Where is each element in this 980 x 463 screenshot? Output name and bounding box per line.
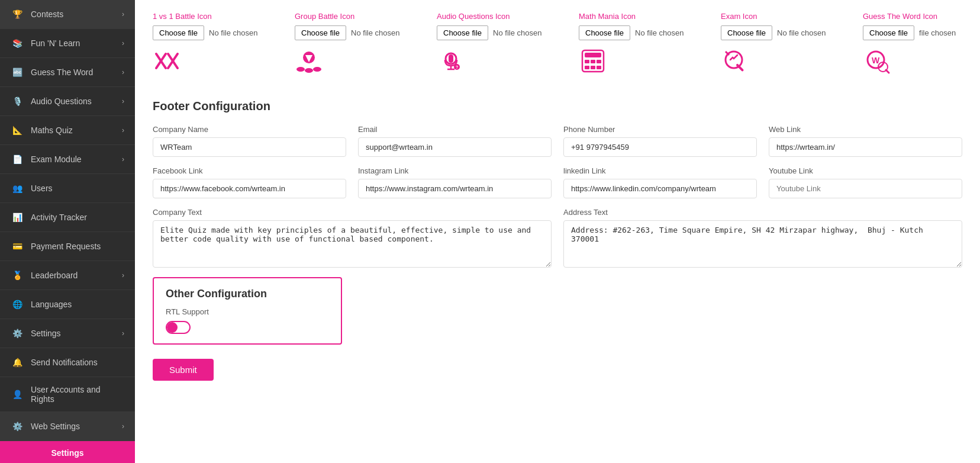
chevron-icon: › xyxy=(122,68,124,76)
sidebar-bottom-settings[interactable]: Settings xyxy=(0,441,135,463)
instagram-label: Instagram Link xyxy=(358,166,552,175)
phone-input[interactable] xyxy=(563,137,757,157)
sidebar: 🏆 Contests › 📚 Fun 'N' Learn › 🔤 Guess T… xyxy=(0,0,135,463)
svg-point-6 xyxy=(296,67,305,72)
icon-cell-1vs1: 1 vs 1 Battle Icon Choose file No file c… xyxy=(153,12,295,76)
company-text-label: Company Text xyxy=(153,208,552,217)
svg-rect-22 xyxy=(597,66,601,69)
sidebar-item-label: Activity Tracker xyxy=(31,213,124,222)
sidebar-item-fun-n-learn[interactable]: 📚 Fun 'N' Learn › xyxy=(0,29,135,58)
icon-cell-exam: Exam Icon Choose file No file chosen xyxy=(721,12,863,76)
sidebar-item-web-settings[interactable]: ⚙️ Web Settings › xyxy=(0,412,135,441)
sidebar-item-maths-quiz[interactable]: 📐 Maths Quiz › xyxy=(0,116,135,145)
choose-file-btn-guess[interactable]: Choose file xyxy=(863,25,914,40)
web-link-field: Web Link xyxy=(769,125,962,157)
chevron-icon: › xyxy=(122,155,124,163)
svg-rect-17 xyxy=(585,60,589,63)
sidebar-bottom-label: Settings xyxy=(51,448,83,458)
audio-icon: 🎙️ xyxy=(11,95,24,108)
icon-cell-math-mania: Math Mania Icon Choose file No file chos… xyxy=(579,12,721,76)
choose-file-btn-audio[interactable]: Choose file xyxy=(437,25,488,40)
icons-row: 1 vs 1 Battle Icon Choose file No file c… xyxy=(153,12,962,82)
chevron-icon: › xyxy=(122,329,124,337)
chevron-icon: › xyxy=(122,126,124,134)
sidebar-item-payment-requests[interactable]: 💳 Payment Requests xyxy=(0,232,135,261)
icon-preview-guess: W xyxy=(863,46,962,76)
icon-label-group-battle: Group Battle Icon xyxy=(295,12,419,21)
submit-area: Submit xyxy=(153,359,962,381)
sidebar-item-users[interactable]: 👥 Users xyxy=(0,174,135,203)
choose-file-btn-1vs1[interactable]: Choose file xyxy=(153,25,204,40)
icon-preview-exam xyxy=(721,46,845,76)
sidebar-item-label: User Accounts and Rights xyxy=(31,385,124,404)
sidebar-item-user-accounts-rights[interactable]: 👤 User Accounts and Rights xyxy=(0,377,135,412)
sidebar-item-label: Contests xyxy=(31,9,122,19)
sidebar-item-exam-module[interactable]: 📄 Exam Module › xyxy=(0,145,135,174)
sidebar-item-settings[interactable]: ⚙️ Settings › xyxy=(0,319,135,348)
choose-file-btn-exam[interactable]: Choose file xyxy=(721,25,772,40)
linkedin-label: linkedin Link xyxy=(563,166,757,175)
sidebar-item-leaderboard[interactable]: 🏅 Leaderboard › xyxy=(0,261,135,290)
sidebar-item-label: Web Settings xyxy=(31,422,122,431)
web-link-input[interactable] xyxy=(769,137,962,157)
main-content: 1 vs 1 Battle Icon Choose file No file c… xyxy=(135,0,980,463)
sidebar-item-label: Maths Quiz xyxy=(31,126,122,135)
sidebar-item-languages[interactable]: 🌐 Languages xyxy=(0,290,135,319)
icon-label-guess-word: Guess The Word Icon xyxy=(863,12,962,21)
instagram-input[interactable] xyxy=(358,179,552,198)
rtl-support-label: RTL Support xyxy=(166,307,329,316)
no-file-text-exam: No file chosen xyxy=(777,28,826,37)
group-battle-svg xyxy=(295,47,323,75)
company-text-field: Company Text Elite Quiz made with key pr… xyxy=(153,208,552,268)
sidebar-item-guess-the-word[interactable]: 🔤 Guess The Word › xyxy=(0,58,135,87)
icon-preview-1vs1 xyxy=(153,46,277,76)
icon-label-exam: Exam Icon xyxy=(721,12,845,21)
sidebar-item-label: Users xyxy=(31,184,124,193)
linkedin-field: linkedin Link xyxy=(563,166,757,198)
choose-file-btn-group-battle[interactable]: Choose file xyxy=(295,25,346,40)
notifications-icon: 🔔 xyxy=(11,356,24,369)
phone-field: Phone Number xyxy=(563,125,757,157)
youtube-input[interactable] xyxy=(769,179,962,198)
rtl-toggle[interactable] xyxy=(166,321,191,334)
no-file-text-guess: file chosen xyxy=(919,28,956,37)
exam-icon: 📄 xyxy=(11,153,24,166)
svg-rect-21 xyxy=(591,66,595,69)
facebook-label: Facebook Link xyxy=(153,166,346,175)
choose-file-btn-math[interactable]: Choose file xyxy=(579,25,630,40)
sidebar-item-label: Fun 'N' Learn xyxy=(31,38,122,48)
facebook-input[interactable] xyxy=(153,179,346,198)
math-mania-svg xyxy=(579,47,607,75)
email-input[interactable] xyxy=(358,137,552,157)
web-settings-icon: ⚙️ xyxy=(11,420,24,433)
icon-preview-audio: ? xyxy=(437,46,561,76)
chevron-icon: › xyxy=(122,97,124,105)
guess-word-svg: W xyxy=(863,47,891,75)
address-text-input[interactable]: Address: #262-263, Time Square Empire, S… xyxy=(563,220,962,268)
no-file-text-math: No file chosen xyxy=(635,28,684,37)
phone-label: Phone Number xyxy=(563,125,757,134)
users-icon: 👥 xyxy=(11,182,24,195)
no-file-text-audio: No file chosen xyxy=(493,28,541,37)
sidebar-item-audio-questions[interactable]: 🎙️ Audio Questions › xyxy=(0,87,135,116)
icon-label-audio-questions: Audio Questions Icon xyxy=(437,12,561,21)
file-input-row-audio: Choose file No file chosen xyxy=(437,25,561,40)
icon-label-1vs1: 1 vs 1 Battle Icon xyxy=(153,12,277,21)
sidebar-item-contests[interactable]: 🏆 Contests › xyxy=(0,0,135,29)
company-name-input[interactable] xyxy=(153,137,346,157)
file-input-row-group-battle: Choose file No file chosen xyxy=(295,25,419,40)
languages-icon: 🌐 xyxy=(11,298,24,311)
icon-cell-guess-word: Guess The Word Icon Choose file file cho… xyxy=(863,12,962,76)
sidebar-item-label: Languages xyxy=(31,300,124,309)
linkedin-input[interactable] xyxy=(563,179,757,198)
file-input-row-exam: Choose file No file chosen xyxy=(721,25,845,40)
submit-button[interactable]: Submit xyxy=(153,359,214,381)
sidebar-item-label: Audio Questions xyxy=(31,97,122,106)
sidebar-item-label: Leaderboard xyxy=(31,271,122,280)
company-text-input[interactable]: Elite Quiz made with key principles of a… xyxy=(153,220,552,268)
sidebar-item-label: Send Notifications xyxy=(31,358,124,367)
sidebar-item-send-notifications[interactable]: 🔔 Send Notifications xyxy=(0,348,135,377)
svg-rect-19 xyxy=(597,60,601,63)
toggle-knob xyxy=(167,322,178,333)
sidebar-item-activity-tracker[interactable]: 📊 Activity Tracker xyxy=(0,203,135,232)
